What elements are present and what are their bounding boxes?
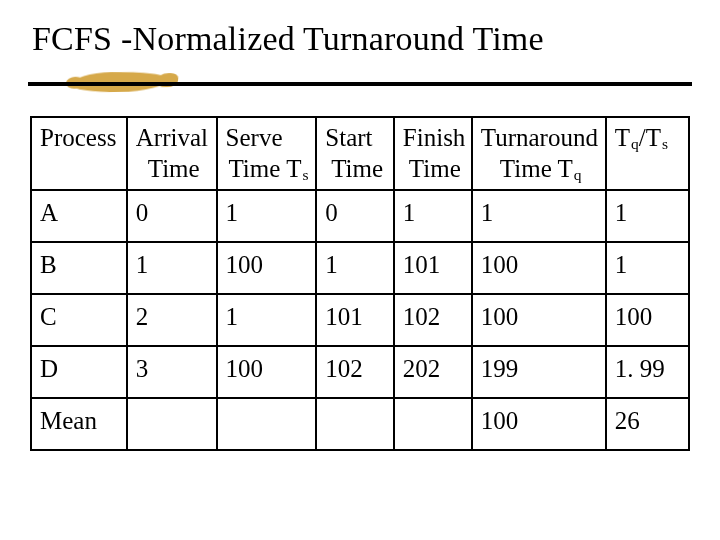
cell-empty [316, 398, 394, 450]
cell-finish: 101 [394, 242, 472, 294]
cell-start: 102 [316, 346, 394, 398]
subscript: s [302, 166, 308, 183]
cell-finish: 1 [394, 190, 472, 242]
header-text: Time T [228, 155, 301, 182]
page-title: FCFS -Normalized Turnaround Time [32, 20, 692, 58]
header-label: Start [325, 122, 389, 153]
cell-process: B [31, 242, 127, 294]
cell-finish: 202 [394, 346, 472, 398]
cell-empty [394, 398, 472, 450]
header-sublabel: Time [136, 153, 212, 184]
table-row: C 2 1 101 102 100 100 [31, 294, 689, 346]
col-turnaround: Turnaround Time Tq [472, 117, 606, 190]
cell-start: 0 [316, 190, 394, 242]
cell-turnaround: 100 [472, 242, 606, 294]
cell-arrival: 3 [127, 346, 217, 398]
cell-process: D [31, 346, 127, 398]
cell-empty [217, 398, 317, 450]
ratio-mid: /T [639, 124, 661, 151]
cell-mean-label: Mean [31, 398, 127, 450]
cell-process: A [31, 190, 127, 242]
table-row-mean: Mean 100 26 [31, 398, 689, 450]
cell-start: 1 [316, 242, 394, 294]
cell-ratio: 1 [606, 190, 689, 242]
table-row: B 1 100 1 101 100 1 [31, 242, 689, 294]
header-sublabel: Time [403, 153, 467, 184]
cell-mean-turnaround: 100 [472, 398, 606, 450]
col-arrival: Arrival Time [127, 117, 217, 190]
header-label: Turnaround [481, 122, 601, 153]
col-serve: Serve Time Ts [217, 117, 317, 190]
col-finish: Finish Time [394, 117, 472, 190]
header-text: Time T [500, 155, 573, 182]
horizontal-rule [28, 82, 692, 86]
cell-serve: 1 [217, 190, 317, 242]
cell-serve: 1 [217, 294, 317, 346]
header-label: Finish [403, 122, 467, 153]
cell-arrival: 0 [127, 190, 217, 242]
cell-turnaround: 100 [472, 294, 606, 346]
ratio-t1: T [615, 124, 630, 151]
cell-finish: 102 [394, 294, 472, 346]
cell-start: 101 [316, 294, 394, 346]
cell-ratio: 1 [606, 242, 689, 294]
table-body: A 0 1 0 1 1 1 B 1 100 1 101 100 1 C 2 1 [31, 190, 689, 450]
cell-mean-ratio: 26 [606, 398, 689, 450]
header-label: Tq/Ts [615, 122, 684, 153]
header-sublabel: Time [325, 153, 389, 184]
header-sublabel: Time Ts [226, 153, 312, 184]
cell-turnaround: 1 [472, 190, 606, 242]
table-row: D 3 100 102 202 199 1. 99 [31, 346, 689, 398]
cell-serve: 100 [217, 242, 317, 294]
cell-ratio: 100 [606, 294, 689, 346]
title-underline [28, 66, 692, 102]
cell-ratio: 1. 99 [606, 346, 689, 398]
subscript: q [631, 135, 639, 152]
header-row: Process Arrival Time Serve Time Ts Start… [31, 117, 689, 190]
cell-arrival: 2 [127, 294, 217, 346]
header-label: Arrival [136, 122, 212, 153]
cell-serve: 100 [217, 346, 317, 398]
fcfs-table: Process Arrival Time Serve Time Ts Start… [30, 116, 690, 451]
table-row: A 0 1 0 1 1 1 [31, 190, 689, 242]
subscript: q [574, 166, 582, 183]
col-start: Start Time [316, 117, 394, 190]
cell-process: C [31, 294, 127, 346]
table-header: Process Arrival Time Serve Time Ts Start… [31, 117, 689, 190]
subscript: s [662, 135, 668, 152]
cell-arrival: 1 [127, 242, 217, 294]
col-process: Process [31, 117, 127, 190]
cell-turnaround: 199 [472, 346, 606, 398]
col-ratio: Tq/Ts [606, 117, 689, 190]
header-label: Process [40, 122, 122, 153]
header-sublabel: Time Tq [481, 153, 601, 184]
slide: FCFS -Normalized Turnaround Time Process… [0, 0, 720, 540]
header-label: Serve [226, 122, 312, 153]
cell-empty [127, 398, 217, 450]
